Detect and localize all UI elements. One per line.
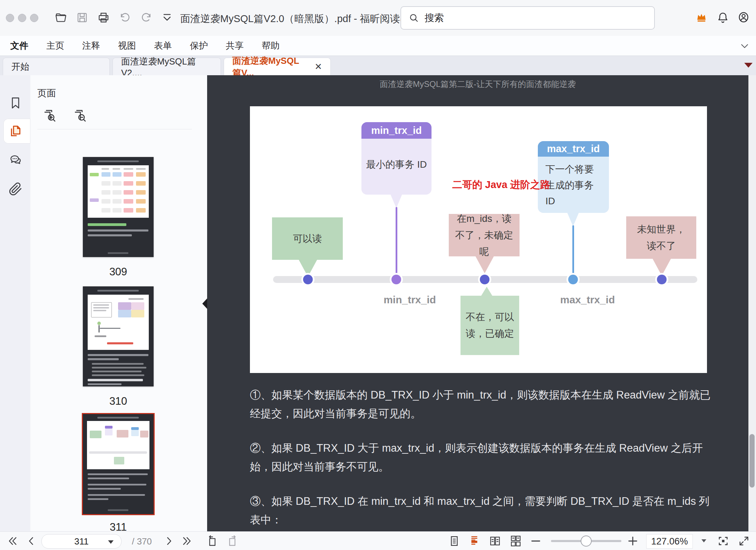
axis-label-min: min_trx_id [368,294,451,306]
pdf-viewport: 面渣逆袭MySQL篇第二版-让天下所有的面渣都能逆袭 min_trx_id 最小… [207,75,748,531]
menu-view[interactable]: 视图 [118,40,136,52]
toolbar-collapse-icon[interactable] [161,11,173,24]
single-page-view-icon[interactable] [448,535,460,547]
page-thumbnail-310[interactable] [83,286,154,386]
save-icon[interactable] [76,11,88,24]
in-mids-pointer [475,256,494,273]
print-icon[interactable] [97,11,110,24]
can-read-pointer [299,259,317,277]
attachments-panel-icon[interactable] [9,181,22,197]
account-avatar-icon[interactable] [737,11,750,23]
scrollbar-thumb[interactable] [749,434,755,488]
unknown-note: 未知世界，读不了 [626,216,696,259]
menu-home[interactable]: 主页 [46,40,64,52]
paragraph-1: ①、如果某个数据版本的 DB_TRX_ID 小于 min_trx_id，则该数据… [250,386,714,423]
previous-view-icon[interactable] [206,535,217,547]
page-dropdown-caret-icon[interactable] [108,540,114,544]
page-thumbnail-309[interactable] [83,157,154,257]
menu-share[interactable]: 共享 [226,40,244,52]
status-bar: 311 / 370 127.06% [0,531,756,550]
pages-panel-title: 页面 [37,87,56,99]
notification-bell-icon[interactable] [717,11,729,23]
zoom-in-icon[interactable] [627,535,639,547]
bookmarks-panel-icon[interactable] [9,95,22,110]
axis-label-max: max_trx_id [546,294,629,306]
timeline-dot-3 [657,275,667,284]
not-in-pointer [481,287,492,296]
search-icon [409,13,419,23]
title-bar: 面渣逆袭MySQL篇V2.0（暗黑版）.pdf - 福昕阅读器 [0,0,756,36]
zoom-dropdown-caret-icon[interactable] [701,539,706,542]
tab-document-2-active[interactable]: 面渣逆袭MySQL篇V... ✕ [224,58,331,76]
timeline-dot-max [568,275,578,284]
enlarge-thumbnails-icon[interactable] [43,109,57,123]
window-minimize-button[interactable] [18,14,26,22]
menu-comment[interactable]: 注释 [82,40,100,52]
continuous-scroll-view-icon[interactable] [468,535,480,547]
search-field[interactable] [400,6,655,30]
main-area: 页面 [0,75,756,531]
tab-start-label: 开始 [11,61,29,73]
zoom-level-value: 127.06% [651,536,688,547]
in-mids-note: 在m_ids，读不了，未确定呢 [449,214,520,256]
focus-mode-icon[interactable] [717,535,729,547]
next-view-icon[interactable] [227,535,239,547]
menu-form[interactable]: 表单 [154,40,172,52]
document-tab-bar: 开始 面渣逆袭MySQL篇V2.... 面渣逆袭MySQL篇V... ✕ [0,56,756,76]
previous-page-icon[interactable] [26,535,37,547]
tab-document-1[interactable]: 面渣逆袭MySQL篇V2.... [113,58,221,76]
menu-file[interactable]: 文件 [10,40,28,52]
zoom-slider-knob[interactable] [581,536,592,547]
pages-panel: 页面 [30,75,207,531]
tab-close-icon[interactable]: ✕ [314,61,322,72]
not-in-note: 不在，可以读，已确定 [461,296,519,355]
timeline-dot-min [391,275,401,284]
min-callout-pointer [390,194,402,208]
page-thumbnail-311-selected[interactable] [83,414,154,514]
page-number-label: 310 [83,395,154,407]
document-scrollbar[interactable] [748,75,756,531]
crown-upgrade-icon[interactable] [695,11,708,23]
timeline-dot-1 [303,275,313,284]
facing-pages-view-icon[interactable] [489,535,501,547]
foxit-reader-window: { "titlebar": { "title": "面渣逆袭MySQL篇V2.0… [0,0,756,550]
panel-collapse-handle[interactable] [202,298,207,309]
zoom-out-icon[interactable] [530,535,542,547]
watermark-text: 二哥的 Java 进阶之路 [452,178,550,192]
zoom-level-box[interactable]: 127.06% [646,534,693,549]
window-close-button[interactable] [6,14,14,22]
navigation-icon-strip [0,75,31,531]
tab-overflow-triangle-icon[interactable] [744,63,753,68]
facing-continuous-view-icon[interactable] [510,535,522,547]
pages-panel-icon[interactable] [9,124,22,139]
total-pages-label: / 370 [132,536,152,547]
unknown-pointer [652,258,671,276]
fullscreen-icon[interactable] [738,535,750,547]
max-callout-pointer [567,213,579,226]
next-page-icon[interactable] [163,535,175,547]
max-trx-callout: max_trx_id 下一个将要生成的事务 ID [538,141,609,213]
redo-icon[interactable] [140,11,153,24]
paragraph-2: ②、如果 DB_TRX_ID 大于 max_trx_id，则表示创建该数据版本的… [250,439,714,476]
min-trx-callout: min_trx_id 最小的事务 ID [361,122,432,195]
undo-icon[interactable] [119,11,131,24]
last-page-icon[interactable] [181,535,193,547]
menu-protect[interactable]: 保护 [190,40,208,52]
reduce-thumbnails-icon[interactable] [73,109,87,123]
comments-panel-icon[interactable] [9,153,22,168]
min-connector-line [396,207,397,275]
page-number-label: 309 [83,266,154,278]
tab-document-1-label: 面渣逆袭MySQL篇V2.... [121,56,212,78]
tab-start[interactable]: 开始 [3,58,110,76]
search-input[interactable] [424,12,632,24]
first-page-icon[interactable] [7,535,19,547]
open-file-icon[interactable] [55,11,67,24]
max-trx-callout-title: max_trx_id [538,141,609,157]
timeline-dot-2 [480,275,490,284]
window-title: 面渣逆袭MySQL篇V2.0（暗黑版）.pdf - 福昕阅读器 [180,12,410,26]
page-number-box[interactable]: 311 [41,534,122,549]
menu-help[interactable]: 帮助 [262,40,280,52]
ribbon-collapse-chevron-icon[interactable] [739,41,750,51]
window-zoom-button[interactable] [30,14,38,22]
min-trx-callout-body: 最小的事务 ID [361,139,432,190]
